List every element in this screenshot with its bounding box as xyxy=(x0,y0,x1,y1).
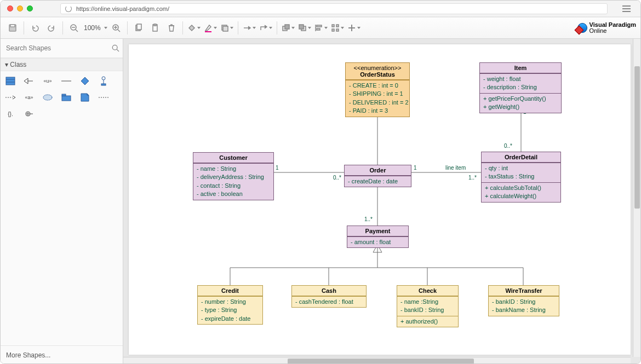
maximize-window-icon[interactable] xyxy=(27,5,33,11)
class-wiretransfer[interactable]: WireTransfer - bankID : String - bankNam… xyxy=(488,285,559,316)
shape-interface-icon[interactable] xyxy=(98,76,109,86)
shadow-button[interactable] xyxy=(219,20,234,36)
app-logo: Visual ParadigmOnline xyxy=(577,22,636,34)
svg-rect-12 xyxy=(154,24,156,26)
svg-line-6 xyxy=(118,30,120,32)
svg-point-39 xyxy=(102,77,105,80)
category-header-class[interactable]: ▾ Class xyxy=(1,58,123,71)
add-button[interactable] xyxy=(346,20,362,36)
search-shapes-input[interactable] xyxy=(4,42,112,54)
zoom-level[interactable]: 100% xyxy=(83,24,102,32)
svg-point-32 xyxy=(112,45,117,50)
window-titlebar xyxy=(1,1,640,17)
shape-containment-icon[interactable] xyxy=(24,108,35,119)
shape-constraint-icon[interactable]: {}. xyxy=(5,108,16,119)
url-input[interactable] xyxy=(76,5,603,12)
mult-payment-1s: 1..* xyxy=(364,216,373,222)
svg-line-3 xyxy=(76,30,78,32)
shape-usage-icon[interactable]: «u» xyxy=(42,76,53,86)
assoc-line-item: line item xyxy=(445,165,466,171)
more-shapes-link[interactable]: More Shapes... xyxy=(1,345,123,364)
zoom-out-button[interactable] xyxy=(66,20,82,36)
svg-rect-45 xyxy=(62,94,66,96)
zoom-in-button[interactable] xyxy=(108,20,124,36)
minimize-window-icon[interactable] xyxy=(17,5,23,11)
class-orderdetail[interactable]: OrderDetail - qty : int - taxStatus : St… xyxy=(481,152,561,203)
svg-rect-24 xyxy=(317,25,322,27)
logo-text-bottom: Online xyxy=(590,27,607,34)
svg-rect-1 xyxy=(10,25,15,27)
svg-rect-17 xyxy=(223,26,228,31)
shape-abstraction-icon[interactable]: «a» xyxy=(24,92,35,103)
app-toolbar: 100% Visual ParadigmOnline xyxy=(1,17,640,39)
class-cash[interactable]: Cash - cashTendered : float xyxy=(291,285,367,308)
diagram-canvas[interactable]: 1 1 0..* 1 0..* 1 line item 1..* 1..* <<… xyxy=(129,44,631,355)
distribute-button[interactable] xyxy=(330,20,345,36)
svg-rect-44 xyxy=(62,96,71,101)
copy-button[interactable] xyxy=(131,20,146,36)
svg-rect-34 xyxy=(6,77,15,85)
shape-generalization-icon[interactable] xyxy=(24,76,35,86)
class-orderstatus[interactable]: <<enumeration>>OrderStatus - CREATE : in… xyxy=(345,62,410,117)
shape-dependency-icon[interactable] xyxy=(5,92,16,103)
class-item[interactable]: Item - weight : float - description : St… xyxy=(479,62,562,113)
class-payment[interactable]: Payment - amount : float xyxy=(347,226,409,248)
to-back-button[interactable] xyxy=(297,20,312,36)
shape-anchor-icon[interactable] xyxy=(98,92,109,103)
save-button[interactable] xyxy=(5,20,20,36)
class-credit[interactable]: Credit - number : String - type : String… xyxy=(197,285,263,325)
vertical-scrollbar[interactable] xyxy=(633,39,640,357)
svg-rect-22 xyxy=(299,25,304,29)
paste-button[interactable] xyxy=(147,20,163,36)
shape-aggregation-icon[interactable] xyxy=(79,76,90,86)
shape-class-icon[interactable] xyxy=(5,76,16,86)
canvas-area: 1 1 0..* 1 0..* 1 line item 1..* 1..* <<… xyxy=(123,39,640,364)
redo-button[interactable] xyxy=(44,20,59,36)
mult-orderdetail-0s: 0..* xyxy=(504,143,512,149)
traffic-lights xyxy=(7,5,33,11)
class-order[interactable]: Order - createDate : date xyxy=(344,165,411,187)
shape-collaboration-icon[interactable] xyxy=(42,92,53,103)
svg-rect-27 xyxy=(336,25,339,27)
class-customer[interactable]: Customer - name : String - deliveryAddre… xyxy=(193,152,274,200)
svg-rect-10 xyxy=(137,24,141,30)
address-bar[interactable] xyxy=(60,3,608,14)
class-check[interactable]: Check - name :String - bankID : String +… xyxy=(397,285,459,327)
mult-order-1: 1 xyxy=(414,165,417,171)
reload-icon[interactable] xyxy=(65,5,72,12)
line-color-button[interactable] xyxy=(203,20,218,36)
svg-rect-20 xyxy=(285,25,289,29)
shape-package-icon[interactable] xyxy=(61,92,72,103)
search-icon[interactable] xyxy=(112,44,119,52)
zoom-dropdown-icon[interactable] xyxy=(104,27,107,29)
delete-button[interactable] xyxy=(164,20,179,36)
shapes-sidebar: ▾ Class «u» «a» {}. More Shapes... xyxy=(1,39,123,364)
undo-button[interactable] xyxy=(27,20,43,36)
svg-point-43 xyxy=(43,95,52,100)
svg-line-33 xyxy=(117,49,119,51)
svg-rect-28 xyxy=(332,29,334,31)
fill-color-button[interactable] xyxy=(186,20,202,36)
mult-orderdetail-1s: 1..* xyxy=(468,175,477,181)
align-button[interactable] xyxy=(313,20,329,36)
svg-rect-25 xyxy=(317,28,320,30)
logo-icon xyxy=(577,23,587,33)
shape-association-icon[interactable] xyxy=(61,76,72,86)
close-window-icon[interactable] xyxy=(7,5,13,11)
to-front-button[interactable] xyxy=(281,20,296,36)
connector-style-button[interactable] xyxy=(242,20,257,36)
svg-rect-26 xyxy=(332,25,334,27)
shape-palette: «u» «a» {}. xyxy=(1,71,123,124)
horizontal-scrollbar[interactable] xyxy=(123,357,631,364)
mult-order-0s: 0..* xyxy=(333,175,341,181)
svg-rect-41 xyxy=(101,84,106,85)
waypoint-button[interactable] xyxy=(258,20,273,36)
shape-note-icon[interactable] xyxy=(79,92,90,103)
svg-rect-29 xyxy=(336,29,339,31)
browser-menu-button[interactable] xyxy=(619,3,634,15)
mult-customer-1: 1 xyxy=(276,165,279,171)
